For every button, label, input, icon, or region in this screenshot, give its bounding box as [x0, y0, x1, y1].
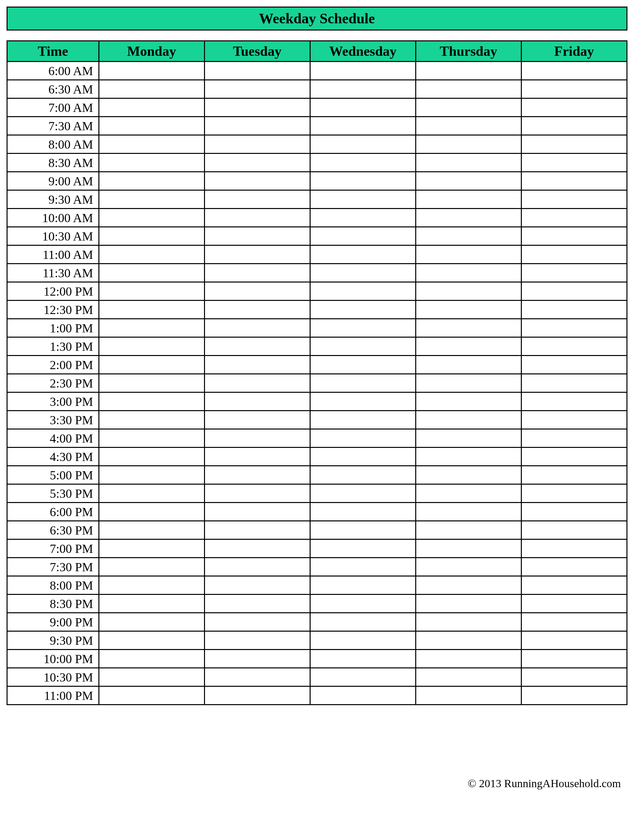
slot-cell[interactable] — [204, 631, 310, 650]
slot-cell[interactable] — [416, 374, 521, 392]
slot-cell[interactable] — [416, 227, 521, 245]
slot-cell[interactable] — [99, 576, 204, 595]
slot-cell[interactable] — [416, 521, 521, 540]
slot-cell[interactable] — [521, 631, 627, 650]
slot-cell[interactable] — [310, 135, 416, 153]
slot-cell[interactable] — [99, 631, 204, 650]
slot-cell[interactable] — [310, 245, 416, 264]
slot-cell[interactable] — [521, 650, 627, 668]
slot-cell[interactable] — [99, 282, 204, 300]
slot-cell[interactable] — [99, 227, 204, 245]
slot-cell[interactable] — [204, 448, 310, 466]
slot-cell[interactable] — [310, 576, 416, 595]
slot-cell[interactable] — [521, 466, 627, 484]
slot-cell[interactable] — [416, 429, 521, 448]
slot-cell[interactable] — [204, 62, 310, 80]
slot-cell[interactable] — [204, 300, 310, 319]
slot-cell[interactable] — [99, 356, 204, 374]
slot-cell[interactable] — [310, 190, 416, 209]
slot-cell[interactable] — [99, 172, 204, 190]
slot-cell[interactable] — [99, 153, 204, 172]
slot-cell[interactable] — [99, 448, 204, 466]
slot-cell[interactable] — [416, 172, 521, 190]
slot-cell[interactable] — [416, 613, 521, 631]
slot-cell[interactable] — [204, 282, 310, 300]
slot-cell[interactable] — [521, 613, 627, 631]
slot-cell[interactable] — [204, 153, 310, 172]
slot-cell[interactable] — [416, 98, 521, 117]
slot-cell[interactable] — [416, 300, 521, 319]
slot-cell[interactable] — [310, 595, 416, 613]
slot-cell[interactable] — [99, 466, 204, 484]
slot-cell[interactable] — [416, 687, 521, 705]
slot-cell[interactable] — [310, 466, 416, 484]
slot-cell[interactable] — [416, 595, 521, 613]
slot-cell[interactable] — [204, 264, 310, 282]
slot-cell[interactable] — [416, 668, 521, 687]
slot-cell[interactable] — [204, 668, 310, 687]
slot-cell[interactable] — [416, 540, 521, 558]
slot-cell[interactable] — [204, 411, 310, 429]
slot-cell[interactable] — [310, 521, 416, 540]
slot-cell[interactable] — [99, 190, 204, 209]
slot-cell[interactable] — [416, 392, 521, 411]
slot-cell[interactable] — [99, 209, 204, 227]
slot-cell[interactable] — [521, 319, 627, 337]
slot-cell[interactable] — [521, 62, 627, 80]
slot-cell[interactable] — [310, 631, 416, 650]
slot-cell[interactable] — [99, 503, 204, 521]
slot-cell[interactable] — [416, 264, 521, 282]
slot-cell[interactable] — [521, 227, 627, 245]
slot-cell[interactable] — [99, 613, 204, 631]
slot-cell[interactable] — [521, 668, 627, 687]
slot-cell[interactable] — [521, 595, 627, 613]
slot-cell[interactable] — [416, 190, 521, 209]
slot-cell[interactable] — [204, 503, 310, 521]
slot-cell[interactable] — [204, 172, 310, 190]
slot-cell[interactable] — [99, 668, 204, 687]
slot-cell[interactable] — [521, 80, 627, 98]
slot-cell[interactable] — [310, 484, 416, 503]
slot-cell[interactable] — [521, 135, 627, 153]
slot-cell[interactable] — [521, 190, 627, 209]
slot-cell[interactable] — [310, 172, 416, 190]
slot-cell[interactable] — [416, 135, 521, 153]
slot-cell[interactable] — [99, 135, 204, 153]
slot-cell[interactable] — [204, 98, 310, 117]
slot-cell[interactable] — [99, 300, 204, 319]
slot-cell[interactable] — [99, 484, 204, 503]
slot-cell[interactable] — [310, 687, 416, 705]
slot-cell[interactable] — [416, 80, 521, 98]
slot-cell[interactable] — [416, 650, 521, 668]
slot-cell[interactable] — [204, 135, 310, 153]
slot-cell[interactable] — [310, 319, 416, 337]
slot-cell[interactable] — [204, 209, 310, 227]
slot-cell[interactable] — [521, 172, 627, 190]
slot-cell[interactable] — [204, 227, 310, 245]
slot-cell[interactable] — [416, 411, 521, 429]
slot-cell[interactable] — [204, 319, 310, 337]
slot-cell[interactable] — [99, 245, 204, 264]
slot-cell[interactable] — [521, 374, 627, 392]
slot-cell[interactable] — [521, 153, 627, 172]
slot-cell[interactable] — [310, 282, 416, 300]
slot-cell[interactable] — [204, 540, 310, 558]
slot-cell[interactable] — [99, 595, 204, 613]
slot-cell[interactable] — [416, 631, 521, 650]
slot-cell[interactable] — [204, 117, 310, 135]
slot-cell[interactable] — [416, 282, 521, 300]
slot-cell[interactable] — [204, 687, 310, 705]
slot-cell[interactable] — [521, 392, 627, 411]
slot-cell[interactable] — [204, 484, 310, 503]
slot-cell[interactable] — [521, 264, 627, 282]
slot-cell[interactable] — [310, 227, 416, 245]
slot-cell[interactable] — [99, 98, 204, 117]
slot-cell[interactable] — [310, 153, 416, 172]
slot-cell[interactable] — [416, 576, 521, 595]
slot-cell[interactable] — [310, 209, 416, 227]
slot-cell[interactable] — [521, 448, 627, 466]
slot-cell[interactable] — [310, 429, 416, 448]
slot-cell[interactable] — [99, 337, 204, 356]
slot-cell[interactable] — [310, 264, 416, 282]
slot-cell[interactable] — [416, 153, 521, 172]
